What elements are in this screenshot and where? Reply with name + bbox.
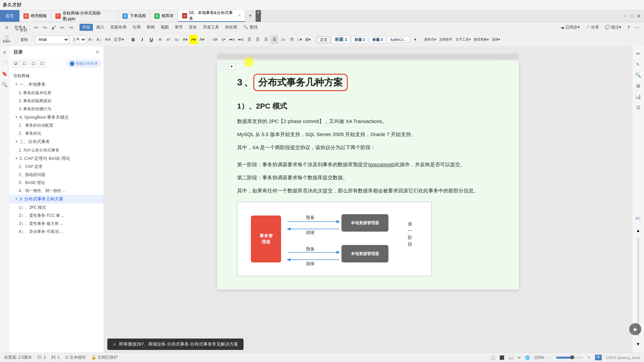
- more-btn[interactable]: ⋯: [633, 23, 641, 32]
- menu-apps[interactable]: 持应用: [222, 24, 240, 31]
- align-justify-btn[interactable]: ☰: [270, 35, 278, 44]
- bold-btn[interactable]: B: [129, 35, 138, 44]
- status-split-btn[interactable]: ⬛: [499, 355, 504, 360]
- sidebar-icon-menu[interactable]: ≡: [0, 48, 9, 57]
- toc-item-dist-solutions[interactable]: ▼ 3. 分布式事务几种方案: [9, 195, 104, 203]
- video-play-btn[interactable]: [629, 323, 641, 335]
- style-h3[interactable]: 标题 3: [369, 36, 386, 43]
- ai-recognize-btn[interactable]: 智能识别目录: [67, 60, 101, 67]
- tab-flow[interactable]: 流 下单流程: [118, 10, 150, 22]
- zoom-slider[interactable]: [556, 357, 583, 359]
- doc-tool-btn2[interactable]: ▾: [228, 63, 235, 70]
- toc-check4[interactable]: ☐: [38, 60, 46, 67]
- style-h1[interactable]: 标题 1: [332, 36, 350, 44]
- table-btn[interactable]: ⊞▾: [304, 35, 312, 44]
- tab-lock[interactable]: 锁 锁库存: [150, 10, 178, 22]
- right-btn-table[interactable]: ⊞: [634, 81, 643, 90]
- tab-home[interactable]: 首页: [0, 10, 19, 22]
- toc-item-cap-theorem[interactable]: 1、CAP 定理: [9, 163, 104, 171]
- sidebar-icon-page[interactable]: 📄: [0, 58, 9, 68]
- toc-item-springboot[interactable]: ▼ 4. SpringBoot 事务关键点: [9, 113, 104, 122]
- text-assist-btn[interactable]: 文档助手: [438, 35, 454, 44]
- cut-btn[interactable]: ✂ 剪切: [12, 25, 31, 35]
- help-btn[interactable]: ?: [625, 23, 633, 32]
- zoom-out-btn[interactable]: －: [548, 355, 552, 360]
- new-style-btn[interactable]: 新样式▾: [423, 35, 437, 44]
- undo-btn[interactable]: ↩: [32, 23, 40, 32]
- para-spacing-btn[interactable]: ↕¶: [287, 35, 295, 44]
- toc-check3[interactable]: ☐: [30, 60, 37, 67]
- highlight-btn[interactable]: A▾: [190, 35, 198, 44]
- italic-btn[interactable]: I: [138, 35, 147, 44]
- toc-item-autoconfig[interactable]: 1、事务的自动配置: [9, 121, 104, 129]
- font-color2-btn[interactable]: A▾: [198, 35, 206, 44]
- menu-start[interactable]: 开始: [79, 24, 93, 31]
- select-btn[interactable]: 选择▾: [490, 35, 501, 44]
- toc-top-section[interactable]: 谷粒商城: [9, 72, 104, 80]
- align-center-btn[interactable]: ☰: [254, 35, 262, 44]
- outdent-btn[interactable]: ⬅≡: [228, 35, 236, 44]
- sync-btn[interactable]: ☁ 已同步▾: [558, 24, 582, 31]
- tab-active-doc[interactable]: W 03、本地事务&分布式事务 ✕: [178, 10, 245, 22]
- text-tool-btn[interactable]: 文字工具▾: [454, 35, 472, 44]
- scroll-up-btn[interactable]: ▲: [634, 224, 643, 236]
- tab-new-btn[interactable]: +: [245, 10, 256, 22]
- menu-find[interactable]: 🔍 查找: [240, 24, 260, 31]
- toc-item-problems[interactable]: 2、面临的问题: [9, 171, 104, 179]
- sidebar-close-btn[interactable]: ✕: [95, 49, 100, 55]
- paste-btn[interactable]: 📋粘贴▾: [1, 35, 12, 44]
- tab-close-btn[interactable]: ✕: [238, 13, 241, 18]
- toc-item-tcc[interactable]: 2）、柔性事务-TCC 事 ...: [9, 212, 104, 220]
- redo-btn[interactable]: ↪: [41, 23, 49, 32]
- toc-item-cap[interactable]: ▼ 2. CAP 定理与 BASE 理论: [9, 154, 104, 163]
- right-btn-cursor[interactable]: ↖: [634, 60, 643, 69]
- status-read-btn[interactable]: 📖: [508, 355, 514, 360]
- right-btn-ac[interactable]: AC: [634, 214, 643, 223]
- menu-security[interactable]: 安全: [186, 24, 200, 31]
- list-bullet-btn[interactable]: ≡•: [219, 35, 227, 44]
- style-normal[interactable]: 正文: [317, 36, 330, 43]
- align-left-btn[interactable]: ☰: [245, 35, 253, 44]
- status-web-btn[interactable]: 🌐: [525, 355, 530, 360]
- menu-insert[interactable]: 插入: [94, 24, 107, 31]
- clear-format-btn[interactable]: ✕A: [103, 35, 112, 44]
- toc-item-dist-tx[interactable]: ▼ 二、分布式事务: [9, 137, 104, 146]
- toc-item-weak-consistency[interactable]: 4、弱一致性、弱一致性 ...: [9, 187, 104, 195]
- font-size-up-btn[interactable]: A↑: [87, 35, 95, 44]
- font-color-btn[interactable]: A▾: [181, 35, 189, 44]
- status-align[interactable]: ☑ 文本校对: [65, 355, 86, 360]
- style-h4[interactable]: AaBbCc...: [387, 37, 410, 43]
- zoom-in-btn[interactable]: ＋: [587, 355, 591, 360]
- subscript-btn[interactable]: x₂: [173, 35, 181, 44]
- menu-view[interactable]: 视图: [158, 24, 171, 31]
- menu-layout[interactable]: 页面布局: [108, 24, 129, 31]
- toc-check2[interactable]: ☐: [21, 60, 28, 67]
- tab-daoke[interactable]: 稻 稻壳模板: [19, 10, 51, 22]
- toc-item-async[interactable]: 4）、异步事务-可靠消 ...: [9, 228, 104, 236]
- right-btn-edit[interactable]: ✏: [634, 49, 643, 58]
- phonetic-btn[interactable]: 文字▾: [112, 35, 125, 44]
- window-maximize-btn[interactable]: □: [629, 13, 635, 19]
- right-btn-chart[interactable]: 📊: [634, 92, 643, 101]
- toc-item-trap[interactable]: 2、事务的坑: [9, 129, 104, 137]
- underline-btn[interactable]: U: [147, 35, 156, 44]
- zoom-handle[interactable]: [570, 355, 574, 359]
- toc-item-why-dist[interactable]: 1. 为什么有分布式事务: [9, 146, 104, 154]
- strikethrough-btn[interactable]: A: [156, 35, 164, 44]
- copy-btn[interactable]: 📄 复制: [12, 35, 31, 44]
- toc-item-propagation[interactable]: 3. 事务的传播行为: [9, 105, 104, 113]
- toc-item-isolation[interactable]: 2. 事务的隔离级别: [9, 97, 104, 105]
- undo2-btn[interactable]: ↩: [58, 23, 66, 32]
- toc-item-best-effort[interactable]: 3）、柔性事务-最大努 ...: [9, 220, 104, 228]
- toc-item-basic[interactable]: 1. 事务的基本性质: [9, 89, 104, 97]
- style-more-btn[interactable]: ▾: [411, 35, 419, 44]
- status-fit-btn[interactable]: ⬜: [490, 355, 495, 360]
- list-num-btn[interactable]: ≡#: [211, 35, 219, 44]
- menu-ref[interactable]: 引用: [130, 24, 143, 31]
- font-size-select[interactable]: 三号: [69, 36, 86, 44]
- tab-pptx[interactable]: P 谷粒商城-分布式高级-图.pptx: [51, 10, 118, 22]
- redo2-btn[interactable]: ↪: [67, 23, 75, 32]
- find-replace-btn[interactable]: 查找替换▾: [472, 35, 490, 44]
- style-h2[interactable]: 标题 2: [352, 36, 368, 43]
- doc-tool-btn1[interactable]: 📄: [220, 63, 227, 70]
